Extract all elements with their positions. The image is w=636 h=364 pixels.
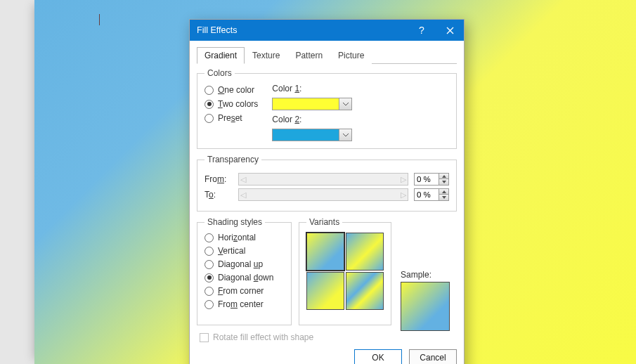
arrow-right-icon: ▷ bbox=[401, 191, 406, 199]
caret-down-icon bbox=[442, 196, 446, 199]
radio-label: Diagonal up bbox=[218, 259, 263, 269]
rotate-label: Rotate fill effect with shape bbox=[213, 332, 313, 342]
transparency-legend: Transparency bbox=[205, 155, 261, 164]
colors-legend: Colors bbox=[205, 68, 235, 78]
color2-dropdown[interactable] bbox=[339, 129, 352, 141]
tabs: Gradient Texture Pattern Picture bbox=[197, 46, 457, 64]
tab-texture[interactable]: Texture bbox=[245, 47, 287, 64]
radio-diagonal-down[interactable]: Diagonal down bbox=[205, 273, 284, 282]
to-spinner[interactable] bbox=[414, 188, 449, 201]
arrow-left-icon: ◁ bbox=[240, 176, 246, 183]
radio-label: Diagonal down bbox=[218, 273, 273, 282]
radio-label: From center bbox=[218, 299, 264, 309]
to-input[interactable] bbox=[414, 188, 439, 201]
color1-swatch[interactable] bbox=[272, 98, 339, 110]
variants-legend: Variants bbox=[306, 217, 342, 227]
radio-horizontal[interactable]: Horizontal bbox=[205, 233, 284, 242]
transparency-group: Transparency From: ◁ ▷ To: ◁ bbox=[197, 155, 457, 212]
radio-one-color[interactable]: One color bbox=[205, 85, 258, 95]
close-button[interactable] bbox=[436, 20, 464, 41]
radio-icon bbox=[205, 300, 214, 309]
variant-2[interactable] bbox=[346, 233, 384, 271]
from-input[interactable] bbox=[414, 173, 439, 186]
radio-icon bbox=[205, 233, 214, 242]
dialog-title: Fill Effects bbox=[197, 25, 408, 35]
arrow-right-icon: ▷ bbox=[401, 176, 406, 183]
from-slider[interactable]: ◁ ▷ bbox=[238, 173, 408, 186]
rotate-row: Rotate fill effect with shape bbox=[200, 332, 457, 342]
radio-icon bbox=[205, 273, 214, 282]
variant-4[interactable] bbox=[346, 272, 384, 310]
radio-label: Horizontal bbox=[218, 233, 256, 242]
variants-group: Variants bbox=[299, 217, 391, 325]
color1-label: Color 1: bbox=[272, 84, 352, 93]
spin-down[interactable] bbox=[439, 195, 449, 201]
radio-label: From corner bbox=[218, 286, 264, 296]
close-icon bbox=[446, 27, 454, 34]
radio-diagonal-up[interactable]: Diagonal up bbox=[205, 259, 284, 269]
radio-icon bbox=[205, 247, 214, 256]
rotate-checkbox bbox=[200, 333, 209, 342]
radio-label: Two colors bbox=[218, 99, 258, 109]
radio-icon bbox=[205, 114, 214, 123]
from-label: From: bbox=[205, 174, 233, 184]
radio-icon bbox=[205, 260, 214, 269]
radio-icon bbox=[205, 86, 214, 95]
color2-label: Color 2: bbox=[272, 115, 352, 124]
shading-group: Shading styles Horizontal Vertical Diago… bbox=[197, 217, 292, 325]
radio-label: Preset bbox=[218, 113, 242, 123]
radio-from-center[interactable]: From center bbox=[205, 299, 284, 309]
caret-up-icon bbox=[442, 175, 446, 178]
radio-from-corner[interactable]: From corner bbox=[205, 286, 284, 296]
chevron-down-icon bbox=[343, 134, 349, 137]
spin-down[interactable] bbox=[439, 179, 449, 186]
fill-effects-dialog: Fill Effects ? Gradient Texture Pattern … bbox=[189, 19, 465, 364]
help-button[interactable]: ? bbox=[408, 20, 436, 41]
text-cursor bbox=[99, 14, 100, 25]
radio-vertical[interactable]: Vertical bbox=[205, 246, 284, 256]
radio-preset[interactable]: Preset bbox=[205, 113, 258, 123]
chevron-down-icon bbox=[343, 103, 349, 106]
to-slider[interactable]: ◁ ▷ bbox=[238, 188, 408, 201]
variant-3[interactable] bbox=[306, 272, 344, 310]
radio-icon bbox=[205, 100, 214, 109]
color2-swatch[interactable] bbox=[272, 129, 339, 141]
colors-group: Colors One color Two colors Preset bbox=[197, 68, 457, 149]
radio-two-colors[interactable]: Two colors bbox=[205, 99, 258, 109]
from-spinner[interactable] bbox=[414, 173, 449, 186]
tab-pattern[interactable]: Pattern bbox=[287, 47, 330, 64]
radio-label: One color bbox=[218, 85, 254, 95]
arrow-left-icon: ◁ bbox=[240, 191, 246, 199]
caret-down-icon bbox=[442, 181, 446, 183]
radio-icon bbox=[205, 287, 214, 296]
spin-up[interactable] bbox=[439, 188, 449, 195]
radio-label: Vertical bbox=[218, 246, 245, 256]
color1-dropdown[interactable] bbox=[339, 98, 352, 110]
ok-button[interactable]: OK bbox=[354, 349, 402, 364]
sample-label: Sample: bbox=[401, 270, 457, 280]
sample-preview bbox=[401, 282, 450, 331]
caret-up-icon bbox=[442, 190, 446, 193]
spin-up[interactable] bbox=[439, 173, 449, 179]
shading-legend: Shading styles bbox=[205, 217, 265, 227]
to-label: To: bbox=[205, 190, 233, 200]
cancel-button[interactable]: Cancel bbox=[409, 349, 457, 364]
tab-gradient[interactable]: Gradient bbox=[197, 47, 245, 64]
variant-1[interactable] bbox=[306, 233, 344, 271]
tab-picture[interactable]: Picture bbox=[330, 47, 372, 64]
titlebar: Fill Effects ? bbox=[190, 20, 464, 41]
